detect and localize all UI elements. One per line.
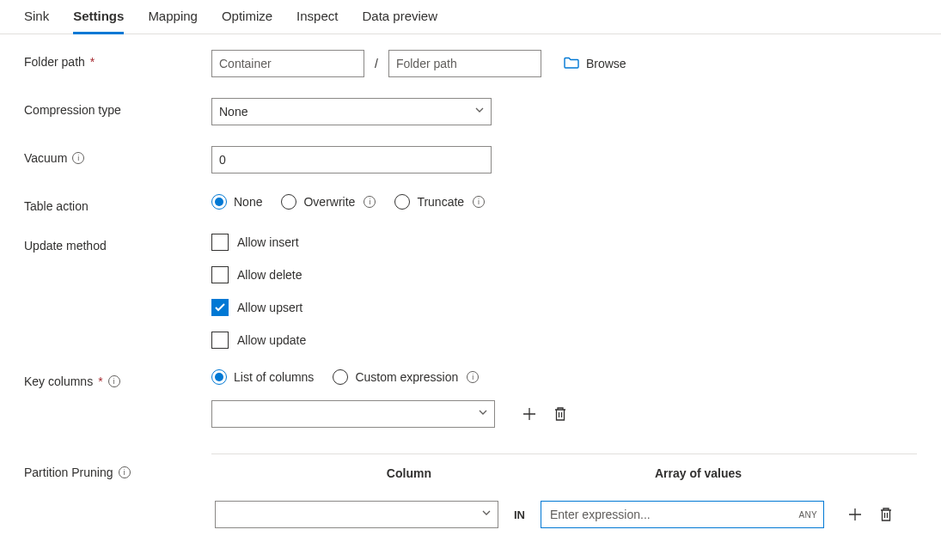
checkbox-icon: [211, 234, 229, 251]
table-action-label: Table action: [24, 194, 211, 213]
table-action-truncate-radio[interactable]: Truncate i: [394, 194, 485, 210]
chevron-down-icon: [475, 107, 484, 116]
vacuum-input[interactable]: [211, 146, 492, 173]
compression-label: Compression type: [24, 98, 211, 117]
required-mark: *: [98, 374, 102, 388]
pp-expression-input[interactable]: [541, 501, 824, 528]
table-action-overwrite-radio[interactable]: Overwrite i: [281, 194, 376, 210]
path-separator: /: [375, 57, 378, 70]
radio-icon: [211, 194, 227, 210]
tab-data-preview[interactable]: Data preview: [362, 9, 437, 33]
tabs-bar: Sink Settings Mapping Optimize Inspect D…: [0, 0, 941, 34]
allow-upsert-checkbox[interactable]: Allow upsert: [211, 299, 306, 316]
info-icon[interactable]: i: [467, 371, 479, 383]
radio-icon: [394, 194, 410, 210]
info-icon[interactable]: i: [108, 375, 120, 387]
info-icon[interactable]: i: [473, 196, 485, 208]
delete-key-column-button[interactable]: [550, 404, 571, 424]
settings-form: Folder path* / Browse Compression type N…: [0, 34, 941, 545]
tab-mapping[interactable]: Mapping: [148, 9, 198, 33]
checkbox-icon: [211, 299, 229, 316]
browse-label: Browse: [586, 57, 626, 70]
tab-optimize[interactable]: Optimize: [222, 9, 272, 33]
tab-settings[interactable]: Settings: [73, 9, 124, 34]
key-columns-custom-radio[interactable]: Custom expression i: [333, 369, 479, 385]
checkbox-icon: [211, 332, 229, 349]
folder-icon: [564, 57, 579, 71]
container-input[interactable]: [211, 50, 364, 77]
checkbox-icon: [211, 266, 229, 283]
chevron-down-icon: [482, 510, 491, 519]
browse-button[interactable]: Browse: [564, 57, 626, 71]
table-action-none-radio[interactable]: None: [211, 194, 262, 210]
partition-pruning-label: Partition Pruning i: [24, 453, 211, 479]
tab-inspect[interactable]: Inspect: [296, 9, 338, 33]
info-icon[interactable]: i: [364, 196, 376, 208]
key-columns-select[interactable]: [211, 400, 495, 428]
delete-pp-row-button[interactable]: [876, 504, 896, 525]
key-columns-label: Key columns* i: [24, 369, 211, 388]
update-method-label: Update method: [24, 234, 211, 253]
key-columns-list-radio[interactable]: List of columns: [211, 369, 314, 385]
info-icon[interactable]: i: [119, 466, 131, 478]
radio-icon: [211, 369, 227, 385]
compression-value: None: [219, 105, 247, 119]
vacuum-label: Vacuum i: [24, 146, 211, 165]
info-icon[interactable]: i: [72, 152, 84, 164]
allow-delete-checkbox[interactable]: Allow delete: [211, 266, 306, 283]
folder-path-label: Folder path*: [24, 50, 211, 69]
allow-insert-checkbox[interactable]: Allow insert: [211, 234, 306, 251]
required-mark: *: [90, 55, 95, 69]
add-key-column-button[interactable]: [519, 404, 540, 424]
pp-column-select[interactable]: [215, 501, 498, 528]
radio-icon: [281, 194, 296, 210]
tab-sink[interactable]: Sink: [24, 9, 49, 33]
add-pp-row-button[interactable]: [845, 504, 865, 525]
compression-select[interactable]: None: [211, 98, 492, 125]
radio-icon: [333, 369, 348, 385]
chevron-down-icon: [479, 410, 487, 418]
column-header: Column: [387, 466, 431, 480]
folder-path-input[interactable]: [388, 50, 541, 77]
values-header: Array of values: [655, 466, 742, 480]
in-keyword: IN: [514, 508, 525, 521]
allow-update-checkbox[interactable]: Allow update: [211, 332, 306, 349]
